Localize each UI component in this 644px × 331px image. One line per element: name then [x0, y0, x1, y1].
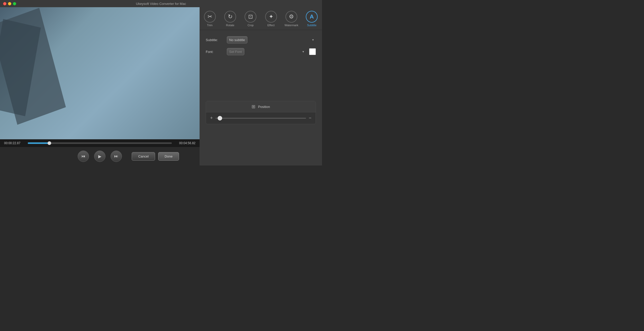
rotate-label: Rotate	[226, 24, 234, 27]
font-select-wrapper: Set Font	[227, 48, 306, 55]
crop-icon: ⊡	[245, 11, 256, 23]
subtitle-select[interactable]: No subtitle	[227, 36, 247, 43]
time-total: 00:04:56.82	[175, 141, 195, 145]
subtitle-field-label: Subtitle:	[206, 38, 224, 42]
panel-content: Subtitle: No subtitle Font: Set Font	[200, 30, 322, 166]
video-player	[0, 7, 200, 139]
done-button[interactable]: Done	[158, 152, 179, 161]
tool-crop[interactable]: ⊡ Crop	[240, 9, 261, 28]
main-content: 00:00:22.87 00:04:56.82 ⏮ ▶ ⏭ Cancel Don…	[0, 7, 322, 166]
position-section: ⊞ Position + −	[206, 101, 316, 124]
font-select[interactable]: Set Font	[227, 48, 244, 55]
tool-subtitle[interactable]: A Subtitle	[302, 9, 322, 28]
close-button[interactable]	[3, 2, 6, 5]
trim-icon: ✂	[204, 11, 216, 23]
effect-label: Effect	[267, 24, 275, 27]
tool-rotate[interactable]: ↻ Rotate	[220, 9, 240, 28]
rotate-icon: ↻	[224, 11, 236, 23]
prev-button[interactable]: ⏮	[78, 151, 89, 162]
font-color-swatch[interactable]	[309, 48, 316, 55]
titlebar: Ukeysoft Video Converter for Mac	[0, 0, 322, 7]
position-plus-button[interactable]: +	[210, 115, 213, 121]
effect-icon: ✦	[265, 11, 277, 23]
trim-label: Trim	[207, 24, 213, 27]
cancel-button[interactable]: Cancel	[132, 152, 155, 161]
position-slider-row: + −	[206, 112, 316, 124]
subtitle-select-wrapper: No subtitle	[227, 36, 316, 43]
playback-controls: ⏮ ▶ ⏭ Cancel Done	[0, 147, 200, 166]
position-minus-button[interactable]: −	[309, 115, 311, 121]
prev-icon: ⏮	[81, 154, 85, 159]
position-thumb[interactable]	[218, 116, 222, 121]
subtitle-row: Subtitle: No subtitle	[206, 36, 316, 43]
next-icon: ⏭	[114, 154, 118, 159]
tool-trim[interactable]: ✂ Trim	[200, 9, 220, 28]
watermark-icon: ⚙	[285, 11, 297, 23]
progress-track[interactable]	[28, 142, 172, 144]
subtitle-label: Subtitle	[307, 24, 317, 27]
progress-fill	[28, 142, 49, 144]
time-current: 00:00:22.87	[4, 141, 25, 145]
right-panel: ✂ Trim ↻ Rotate ⊡ Crop ✦ Effect ⚙ Waterm…	[200, 7, 322, 166]
tool-watermark[interactable]: ⚙ Watermark	[281, 9, 301, 28]
crop-label: Crop	[247, 24, 254, 27]
font-row: Font: Set Font	[206, 48, 316, 55]
position-label: Position	[258, 105, 270, 109]
position-slider[interactable]	[216, 118, 306, 119]
play-icon: ▶	[98, 154, 101, 159]
position-icon: ⊞	[252, 104, 255, 109]
window-title: Ukeysoft Video Converter for Mac	[136, 2, 186, 6]
watermark-label: Watermark	[284, 24, 298, 27]
toolbar: ✂ Trim ↻ Rotate ⊡ Crop ✦ Effect ⚙ Waterm…	[200, 7, 322, 30]
font-field-label: Font:	[206, 50, 224, 54]
minimize-button[interactable]	[8, 2, 11, 5]
position-header: ⊞ Position	[206, 101, 316, 112]
subtitle-icon: A	[306, 11, 318, 23]
traffic-lights	[3, 2, 16, 5]
play-button[interactable]: ▶	[94, 151, 105, 162]
next-button[interactable]: ⏭	[111, 151, 122, 162]
progress-thumb[interactable]	[48, 141, 51, 145]
action-buttons: Cancel Done	[132, 152, 179, 161]
video-timeline: 00:00:22.87 00:04:56.82	[0, 139, 200, 147]
maximize-button[interactable]	[13, 2, 16, 5]
video-area: 00:00:22.87 00:04:56.82 ⏮ ▶ ⏭ Cancel Don…	[0, 7, 200, 166]
tool-effect[interactable]: ✦ Effect	[261, 9, 281, 28]
